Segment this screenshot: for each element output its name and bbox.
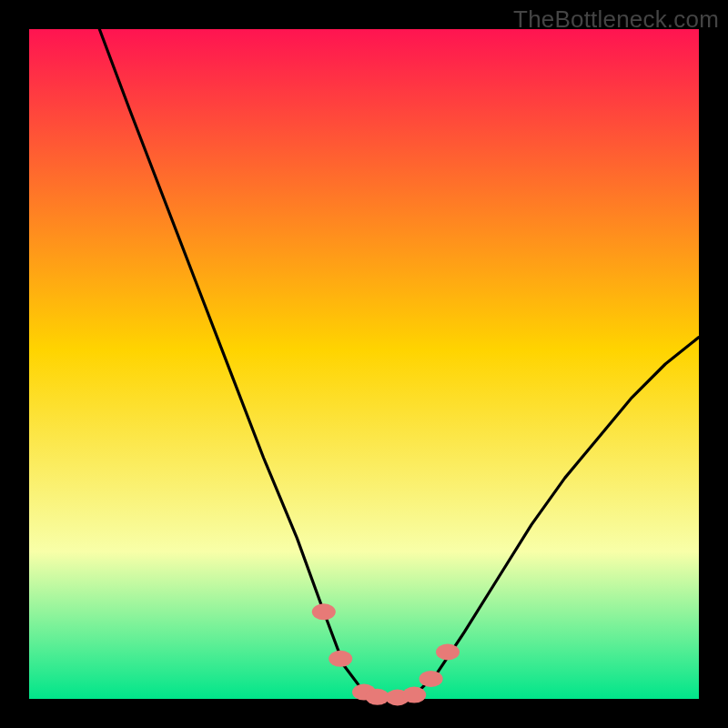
marker-left-lower bbox=[329, 651, 352, 667]
marker-left-upper bbox=[312, 603, 336, 620]
marker-floor-4 bbox=[402, 687, 426, 703]
bottleneck-chart bbox=[0, 0, 728, 728]
chart-plot-area bbox=[29, 29, 699, 699]
marker-floor-2 bbox=[366, 689, 389, 705]
marker-right-upper bbox=[436, 644, 460, 661]
marker-right-lower bbox=[420, 671, 443, 687]
attribution-text: TheBottleneck.com bbox=[513, 5, 719, 34]
